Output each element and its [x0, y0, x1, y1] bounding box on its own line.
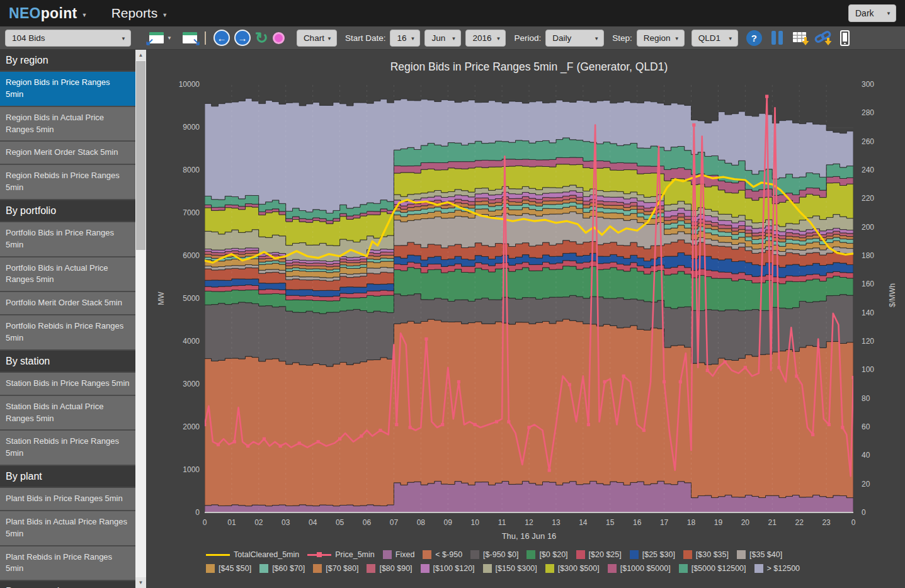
app-logo-menu[interactable]: NEOpoint ▼	[9, 5, 88, 22]
bids-select[interactable]: 104 Bids	[5, 30, 131, 47]
sidebar-item[interactable]: Region Bids in Actual Price Ranges 5min	[0, 107, 135, 142]
x-tick: 15	[601, 518, 620, 527]
y-left-tick: 10000	[161, 80, 200, 89]
x-axis-date-label: Thu, 16 Jun 16	[205, 531, 853, 541]
legend-item[interactable]: TotalCleared_5min	[206, 550, 299, 559]
legend-item[interactable]: [$45 $50]	[206, 564, 251, 573]
legend-item[interactable]: [$150 $300]	[483, 564, 537, 573]
y-right-tick: 140	[862, 308, 887, 317]
legend-row-1: TotalCleared_5minPrice_5minFixed< $-950[…	[206, 550, 905, 559]
legend-row-2: [$45 $50][$60 $70][$70 $80][$80 $90][$10…	[206, 564, 905, 573]
legend-label: [$300 $500]	[558, 564, 600, 573]
reports-menu[interactable]: Reports ▼	[111, 6, 168, 21]
theme-select[interactable]: Dark	[848, 4, 896, 22]
y-left-tick: 0	[161, 508, 200, 517]
legend-label: [$100 $120]	[433, 564, 475, 573]
legend-color-swatch	[470, 550, 479, 559]
x-tick: 12	[520, 518, 538, 527]
legend-item[interactable]: [$80 $90]	[367, 564, 412, 573]
sidebar-item[interactable]: Region Merit Order Stack 5min	[0, 142, 135, 165]
legend-item[interactable]: [$35 $40]	[737, 550, 782, 559]
open-report-caret-icon[interactable]: ▼	[167, 35, 172, 41]
help-icon[interactable]: ?	[746, 30, 762, 46]
legend-label: > $12500	[767, 564, 800, 573]
sidebar-section-header: By region	[0, 50, 135, 72]
sidebar-section-header: By station	[0, 351, 135, 373]
scroll-up-icon[interactable]: ▲	[135, 50, 146, 60]
legend-item[interactable]: [$60 $70]	[259, 564, 305, 573]
scroll-down-icon[interactable]: ▼	[135, 577, 146, 588]
sidebar-scrollbar[interactable]: ▲ ▼	[135, 50, 146, 588]
legend-label: [$80 $90]	[379, 564, 412, 573]
legend-item[interactable]: [$25 $30]	[630, 550, 675, 559]
y-right-tick: 180	[862, 251, 887, 260]
sidebar-item[interactable]: Station Bids in Actual Price Ranges 5min	[0, 396, 135, 431]
x-tick: 01	[222, 518, 241, 527]
legend-item[interactable]: [$70 $80]	[313, 564, 358, 573]
forward-button[interactable]: →	[234, 30, 251, 46]
refresh-icon[interactable]: ↻	[255, 31, 268, 45]
scrollbar-thumb[interactable]	[136, 61, 145, 250]
legend-label: [$1000 $5000]	[620, 564, 671, 573]
legend-item[interactable]: [$-950 $0]	[470, 550, 518, 559]
legend-item[interactable]: [$0 $20]	[526, 550, 567, 559]
sidebar-item[interactable]: Station Rebids in Price Ranges 5min	[0, 431, 135, 466]
period-select[interactable]: Daily	[545, 30, 604, 47]
export-link-icon[interactable]	[814, 30, 833, 46]
legend-label: [$150 $300]	[496, 564, 537, 573]
view-select[interactable]: Chart	[297, 30, 337, 47]
x-tick: 22	[790, 518, 809, 527]
open-report-icon[interactable]: ↙	[149, 32, 164, 43]
theme-select-value: Dark	[855, 8, 874, 18]
step-select[interactable]: Region	[637, 30, 685, 47]
sidebar-item[interactable]: Plant Bids in Price Ranges 5min	[0, 488, 135, 511]
legend-item[interactable]: [$20 $25]	[576, 550, 622, 559]
region-select[interactable]: QLD1	[692, 30, 738, 47]
legend-label: [$45 $50]	[219, 564, 251, 573]
legend-item[interactable]: [$300 $500]	[545, 564, 600, 573]
reports-menu-label: Reports	[111, 6, 158, 21]
sidebar-item[interactable]: Station Bids in Price Ranges 5min	[0, 373, 135, 396]
x-tick: 11	[492, 518, 511, 527]
sidebar-item[interactable]: Region Bids in Price Ranges 5min	[0, 72, 135, 107]
legend-item[interactable]: [$100 $120]	[421, 564, 475, 573]
export-report-icon[interactable]: ↘	[183, 32, 197, 43]
mobile-icon[interactable]	[840, 30, 850, 46]
legend-item[interactable]: [$1000 $5000]	[608, 564, 671, 573]
y-right-tick: 20	[862, 480, 887, 489]
legend-label: [$-950 $0]	[483, 550, 518, 559]
x-tick: 13	[547, 518, 566, 527]
sidebar-item[interactable]: Portfolio Merit Order Stack 5min	[0, 292, 135, 315]
sidebar-item[interactable]: Plant Rebids in Price Ranges 5min	[0, 546, 135, 582]
legend-label: [$30 $35]	[696, 550, 729, 559]
legend-label: Price_5min	[335, 550, 375, 559]
y-right-tick: 280	[862, 108, 887, 117]
export-table-icon[interactable]	[792, 30, 810, 46]
legend-item[interactable]: Price_5min	[307, 550, 375, 559]
sidebar-item[interactable]: Portfolio Bids in Actual Price Ranges 5m…	[0, 257, 135, 293]
legend-item[interactable]: > $12500	[754, 564, 800, 573]
legend-color-swatch	[526, 550, 535, 559]
back-button[interactable]: ←	[213, 30, 230, 46]
x-tick: 02	[249, 518, 268, 527]
legend-item[interactable]: [$30 $35]	[683, 550, 729, 559]
legend-color-swatch	[683, 550, 692, 559]
legend-item[interactable]: [$5000 $12500]	[679, 564, 746, 573]
legend-item[interactable]: < $-950	[423, 550, 462, 559]
x-tick: 06	[358, 518, 377, 527]
legend-item[interactable]: Fixed	[383, 550, 415, 559]
year-select[interactable]: 2016	[465, 30, 506, 47]
sidebar-item[interactable]: Portfolio Bids in Price Ranges 5min	[0, 222, 135, 257]
sidebar-item[interactable]: Plant Bids in Actual Price Ranges 5min	[0, 511, 135, 546]
legend-color-swatch	[421, 564, 430, 573]
record-icon[interactable]	[273, 32, 285, 44]
sidebar-item[interactable]: Portfolio Rebids in Price Ranges 5min	[0, 315, 135, 351]
legend-color-swatch	[630, 550, 639, 559]
y-right-tick: 300	[862, 80, 887, 89]
sidebar-item[interactable]: Region Rebids in Price Ranges 5min	[0, 165, 135, 200]
day-select[interactable]: 16	[390, 30, 420, 47]
month-select[interactable]: Jun	[424, 30, 461, 47]
arrow-down-right-icon: ↘	[193, 36, 201, 48]
legend-line-swatch	[307, 550, 331, 559]
pause-icon[interactable]	[771, 31, 783, 45]
